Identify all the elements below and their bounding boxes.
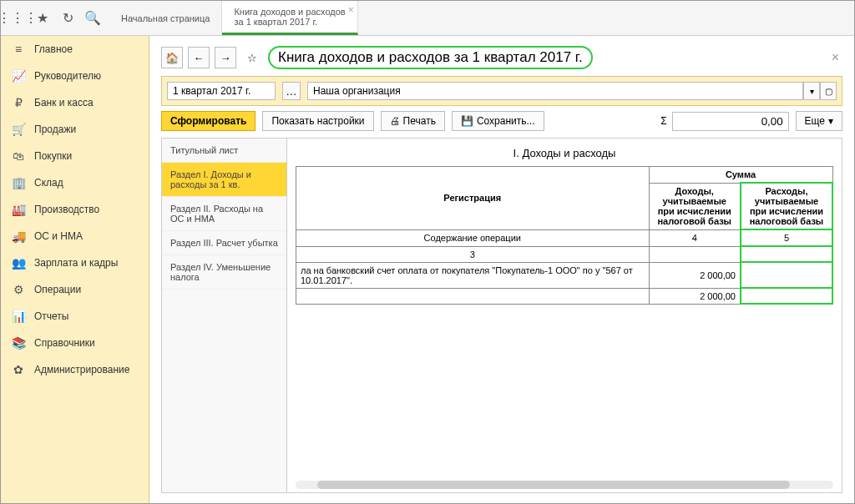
col-sum: Сумма [649, 167, 832, 184]
ruble-icon: ₽ [11, 96, 26, 109]
org-open-button[interactable]: ▢ [820, 82, 837, 100]
sidebar-item-reports[interactable]: 📊Отчеты [1, 303, 149, 330]
tab-home[interactable]: Начальная страница [109, 1, 222, 35]
org-select: ▾ ▢ [307, 82, 837, 100]
sidebar-item-label: Производство [34, 204, 99, 215]
section-nav: Титульный лист Раздел I. Доходы и расход… [162, 139, 287, 492]
save-button[interactable]: 💾Сохранить... [452, 111, 544, 131]
main: ≡Главное 📈Руководителю ₽Банк и касса 🛒Пр… [1, 36, 854, 503]
title-bar: 🏠 ← → ☆ Книга доходов и расходов за 1 кв… [161, 46, 842, 69]
period-picker-button[interactable]: … [282, 82, 301, 100]
sidebar-item-label: Отчеты [34, 310, 68, 322]
horizontal-scrollbar[interactable] [296, 481, 833, 489]
col-expense: Расходы, учитываемые при исчислении нало… [741, 183, 832, 229]
total-expense [741, 288, 832, 304]
sidebar-item-production[interactable]: 🏭Производство [1, 196, 149, 223]
col-num-4: 4 [649, 229, 741, 246]
sidebar-item-warehouse[interactable]: 🏢Склад [1, 169, 149, 196]
close-button[interactable]: × [828, 50, 842, 65]
sidebar: ≡Главное 📈Руководителю ₽Банк и касса 🛒Пр… [1, 36, 149, 503]
col-num-3: 3 [296, 246, 650, 262]
apps-icon[interactable]: ⋮⋮⋮ [6, 7, 29, 30]
org-dropdown-button[interactable]: ▾ [803, 82, 820, 100]
body-area: Титульный лист Раздел I. Доходы и расход… [161, 138, 842, 493]
sidebar-item-label: Главное [34, 43, 73, 55]
sidebar-item-label: Продажи [34, 123, 76, 135]
sidebar-item-label: Руководителю [34, 70, 101, 82]
gear-icon: ⚙ [11, 283, 26, 296]
report-icon: 📊 [11, 310, 26, 323]
more-button[interactable]: Еще ▾ [796, 111, 842, 131]
print-button[interactable]: 🖨Печать [381, 111, 445, 131]
report-area[interactable]: I. Доходы и расходы Регистрация Сумма До… [287, 139, 842, 492]
top-bar: ⋮⋮⋮ ★ ↻ 🔍 Начальная страница Книга доход… [1, 1, 854, 36]
cell-income: 2 000,00 [649, 262, 741, 288]
books-icon: 📚 [11, 336, 26, 350]
tab-label-1: Книга доходов и расходов [234, 7, 345, 17]
cart-icon: 🛒 [11, 123, 26, 136]
org-input[interactable] [307, 82, 803, 100]
sidebar-item-assets[interactable]: 🚚ОС и НМА [1, 223, 149, 249]
print-icon: 🖨 [390, 115, 400, 127]
save-icon: 💾 [461, 115, 473, 127]
people-icon: 👥 [11, 256, 26, 270]
sidebar-item-label: ОС и НМА [34, 230, 83, 242]
sigma-icon: Σ [660, 115, 666, 127]
table-row[interactable]: ла на банковский счет оплата от покупате… [296, 262, 833, 288]
nav-section-2[interactable]: Раздел II. Расходы на ОС и НМА [162, 197, 286, 231]
nav-section-1[interactable]: Раздел I. Доходы и расходы за 1 кв. [162, 163, 286, 197]
search-icon[interactable]: 🔍 [81, 7, 104, 30]
scrollbar-thumb[interactable] [317, 481, 791, 489]
sidebar-item-label: Справочники [34, 337, 95, 349]
sidebar-item-admin[interactable]: ✿Администрирование [1, 356, 149, 383]
cell-content: ла на банковский счет оплата от покупате… [296, 262, 650, 288]
sidebar-item-manager[interactable]: 📈Руководителю [1, 63, 149, 89]
nav-title-page[interactable]: Титульный лист [162, 139, 286, 163]
settings-icon: ✿ [11, 363, 26, 376]
home-button[interactable]: 🏠 [161, 47, 183, 68]
col-income: Доходы, учитываемые при исчислении налог… [649, 183, 741, 229]
col-num-5: 5 [741, 229, 832, 246]
sidebar-item-label: Банк и касса [34, 97, 94, 108]
tab-label-2: за 1 квартал 2017 г. [234, 17, 345, 27]
top-icons: ⋮⋮⋮ ★ ↻ 🔍 [1, 1, 109, 35]
report-heading: I. Доходы и расходы [296, 147, 833, 159]
tab-report[interactable]: Книга доходов и расходов за 1 квартал 20… [222, 1, 357, 35]
sum-input[interactable] [672, 112, 789, 131]
sidebar-item-main[interactable]: ≡Главное [1, 36, 149, 63]
period-input[interactable] [167, 82, 276, 100]
back-button[interactable]: ← [188, 47, 210, 68]
total-income: 2 000,00 [649, 288, 741, 304]
truck-icon: 🚚 [11, 229, 26, 243]
toolbar: Сформировать Показать настройки 🖨Печать … [161, 111, 842, 131]
settings-button[interactable]: Показать настройки [262, 111, 373, 131]
sidebar-item-label: Зарплата и кадры [34, 257, 118, 269]
filter-bar: … ▾ ▢ [161, 76, 842, 106]
sidebar-item-salary[interactable]: 👥Зарплата и кадры [1, 249, 149, 276]
sidebar-item-bank[interactable]: ₽Банк и касса [1, 89, 149, 116]
sidebar-item-purchases[interactable]: 🛍Покупки [1, 143, 149, 169]
sidebar-item-label: Администрирование [34, 364, 129, 375]
chart-icon: 📈 [11, 69, 26, 83]
star-icon[interactable]: ★ [31, 7, 54, 30]
col-content: Содержание операции [296, 229, 650, 246]
favorite-button[interactable]: ☆ [241, 47, 263, 68]
bag-icon: 🛍 [11, 149, 26, 163]
report-table: Регистрация Сумма Доходы, учитываемые пр… [296, 166, 833, 305]
history-icon[interactable]: ↻ [56, 7, 79, 30]
forward-button[interactable]: → [215, 47, 236, 68]
close-icon[interactable]: × [348, 4, 354, 16]
cell-expense [741, 262, 832, 288]
col-registration: Регистрация [296, 167, 650, 230]
tab-label: Начальная страница [121, 13, 210, 23]
page-title: Книга доходов и расходов за 1 квартал 20… [268, 46, 593, 69]
sidebar-item-label: Склад [34, 177, 63, 189]
sidebar-item-sales[interactable]: 🛒Продажи [1, 116, 149, 143]
nav-section-4[interactable]: Раздел IV. Уменьшение налога [162, 255, 286, 290]
factory-icon: 🏭 [11, 203, 26, 216]
sidebar-item-refs[interactable]: 📚Справочники [1, 330, 149, 356]
sidebar-item-operations[interactable]: ⚙Операции [1, 276, 149, 303]
nav-section-3[interactable]: Раздел III. Расчет убытка [162, 231, 286, 255]
form-button[interactable]: Сформировать [161, 111, 255, 131]
content: 🏠 ← → ☆ Книга доходов и расходов за 1 кв… [149, 36, 854, 503]
